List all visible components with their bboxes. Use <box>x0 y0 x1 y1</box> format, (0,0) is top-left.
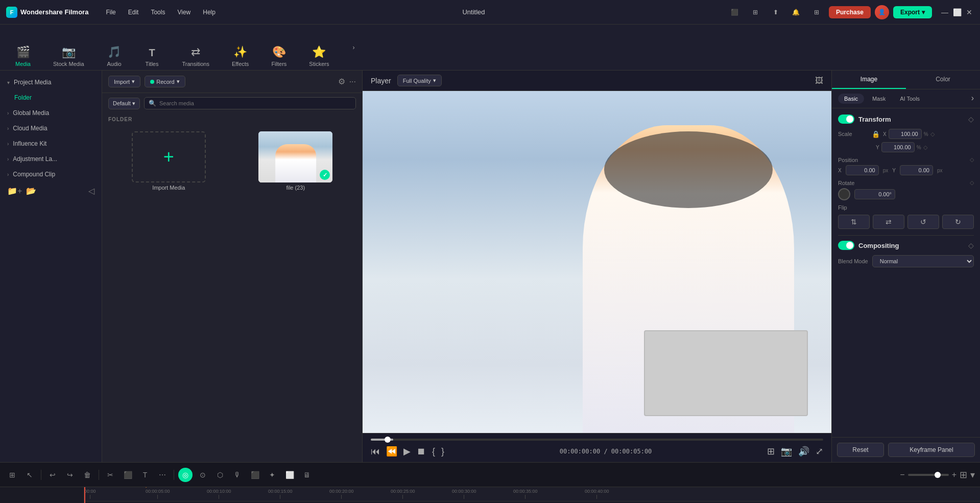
tl-snap-btn[interactable]: ◎ <box>178 468 193 482</box>
menu-file[interactable]: File <box>101 7 121 18</box>
tl-zoom-in-btn[interactable]: + <box>952 470 957 479</box>
flip-horizontal-button[interactable]: ⇄ <box>873 215 904 229</box>
menu-view[interactable]: View <box>172 7 196 18</box>
tool-media[interactable]: 🎬 Media <box>10 42 36 70</box>
position-diamond[interactable]: ◇ <box>970 156 974 163</box>
tl-shield-btn[interactable]: ⬡ <box>213 468 227 482</box>
avatar[interactable]: 👤 <box>875 5 889 19</box>
tl-screen-btn[interactable]: 🖥 <box>300 468 314 482</box>
collapse-icon[interactable]: ◁ <box>88 186 94 196</box>
tl-marker-btn[interactable]: ⬛ <box>248 468 262 482</box>
play-button[interactable]: ▶ <box>403 446 411 457</box>
flip-ccw-button[interactable]: ↺ <box>907 215 939 229</box>
import-button[interactable]: Import ▾ <box>108 76 140 87</box>
import-media-item[interactable]: + Import Media <box>108 131 229 191</box>
mark-out-button[interactable]: } <box>441 446 444 457</box>
keyframe-panel-button[interactable]: Keyframe Panel <box>888 443 975 457</box>
tl-zoom-out-btn[interactable]: − <box>900 470 904 479</box>
lock-icon[interactable]: 🔒 <box>872 130 880 138</box>
scale-y-diamond[interactable]: ◇ <box>923 144 927 151</box>
tl-delete-btn[interactable]: 🗑 <box>80 468 94 482</box>
file23-item[interactable]: ✓ file (23) <box>235 131 356 191</box>
add-to-timeline-icon[interactable]: ⊞ <box>767 446 775 457</box>
timeline-thumb[interactable] <box>385 437 391 443</box>
sidebar-item-cloud-media[interactable]: › Cloud Media <box>0 121 102 136</box>
tool-transitions[interactable]: ⇄ Transitions <box>177 42 214 70</box>
more-icon[interactable]: ··· <box>349 77 356 86</box>
playhead[interactable] <box>84 487 85 503</box>
volume-icon[interactable]: 🔊 <box>798 446 809 457</box>
record-button[interactable]: Record ▾ <box>145 76 185 87</box>
scale-x-input[interactable] <box>889 129 922 139</box>
filter-icon[interactable]: ⚙ <box>338 77 345 86</box>
camera-icon[interactable]: 📷 <box>781 446 792 457</box>
tool-audio[interactable]: 🎵 Audio <box>102 42 127 70</box>
compositing-toggle[interactable] <box>838 241 854 250</box>
pos-x-input[interactable] <box>846 165 879 175</box>
tool-titles[interactable]: T Titles <box>139 44 165 70</box>
tl-undo-btn[interactable]: ↩ <box>45 468 60 482</box>
rotate-input[interactable] <box>854 189 895 199</box>
transform-diamond-icon[interactable]: ◇ <box>968 115 974 123</box>
bell-icon[interactable]: 🔔 <box>788 4 804 20</box>
sidebar-item-adjustment-layer[interactable]: › Adjustment La... <box>0 151 102 167</box>
sort-select[interactable]: Default ▾ <box>108 98 140 109</box>
minimize-button[interactable]: — <box>940 8 949 17</box>
purchase-button[interactable]: Purchase <box>829 6 871 18</box>
scale-y-input[interactable] <box>881 142 915 152</box>
tl-ripple-btn[interactable]: ⊙ <box>196 468 210 482</box>
tool-effects[interactable]: ✨ Effects <box>227 42 254 70</box>
tl-pip-btn[interactable]: ⬜ <box>282 468 297 482</box>
tl-mic-btn[interactable]: 🎙 <box>230 468 245 482</box>
flip-cw-button[interactable]: ↻ <box>942 215 974 229</box>
grid-icon[interactable]: ⊞ <box>747 4 763 20</box>
tool-stickers[interactable]: ⭐ Stickers <box>304 42 334 70</box>
sidebar-item-folder[interactable]: Folder <box>0 90 102 105</box>
rotate-diamond[interactable]: ◇ <box>970 179 974 186</box>
tl-cut-btn[interactable]: ✂ <box>103 468 117 482</box>
stop-button[interactable]: ⏹ <box>417 446 426 457</box>
upload-icon[interactable]: ⬆ <box>768 4 784 20</box>
tab-image[interactable]: Image <box>832 71 906 89</box>
menu-help[interactable]: Help <box>198 7 221 18</box>
subtab-mask[interactable]: Mask <box>866 94 892 104</box>
scale-x-diamond[interactable]: ◇ <box>930 131 935 138</box>
sidebar-item-influence-kit[interactable]: › Influence Kit <box>0 136 102 151</box>
tl-text-btn[interactable]: T <box>138 468 152 482</box>
apps-icon[interactable]: ⊞ <box>808 4 825 20</box>
transform-toggle[interactable] <box>838 115 854 124</box>
mark-in-button[interactable]: { <box>432 446 435 457</box>
tl-expand-btn[interactable]: ⋯ <box>155 468 170 482</box>
monitor-icon[interactable]: ⬛ <box>727 4 743 20</box>
tl-redo-btn[interactable]: ↪ <box>63 468 77 482</box>
pos-y-input[interactable] <box>900 165 933 175</box>
maximize-button[interactable]: ⬜ <box>952 8 962 17</box>
compositing-diamond-icon[interactable]: ◇ <box>968 241 974 249</box>
export-dropdown-icon[interactable]: ▾ <box>922 9 925 16</box>
add-folder-icon[interactable]: 📁+ <box>7 186 22 196</box>
flip-vertical-button[interactable]: ⇅ <box>838 215 870 229</box>
tl-zoom-slider[interactable] <box>908 474 949 476</box>
close-button[interactable]: ✕ <box>965 8 974 17</box>
skip-back-button[interactable]: ⏮ <box>371 446 380 457</box>
tl-grid-icon[interactable]: ⊞ <box>960 469 967 481</box>
tl-options-icon[interactable]: ▾ <box>970 469 975 481</box>
fullscreen-icon[interactable]: ⤢ <box>816 446 823 457</box>
player-image-icon[interactable]: 🖼 <box>815 76 823 85</box>
tl-split-btn[interactable]: ⊞ <box>5 468 19 482</box>
toolbar-more-button[interactable]: › <box>346 40 361 55</box>
subtab-ai-tools[interactable]: AI Tools <box>894 94 926 104</box>
subtabs-more-icon[interactable]: › <box>971 94 974 104</box>
subtab-basic[interactable]: Basic <box>838 94 864 104</box>
menu-edit[interactable]: Edit <box>123 7 144 18</box>
blend-mode-select[interactable]: Normal Multiply Screen Overlay <box>872 255 974 267</box>
menu-tools[interactable]: Tools <box>146 7 170 18</box>
export-button[interactable]: Export ▾ <box>893 6 932 18</box>
frame-back-button[interactable]: ⏪ <box>386 446 397 457</box>
tl-scene-btn[interactable]: ✦ <box>265 468 279 482</box>
sidebar-item-global-media[interactable]: › Global Media <box>0 105 102 121</box>
sidebar-item-compound-clip[interactable]: › Compound Clip <box>0 167 102 182</box>
reset-button[interactable]: Reset <box>837 443 884 457</box>
player-timeline[interactable] <box>371 439 823 441</box>
tab-color[interactable]: Color <box>906 71 980 89</box>
